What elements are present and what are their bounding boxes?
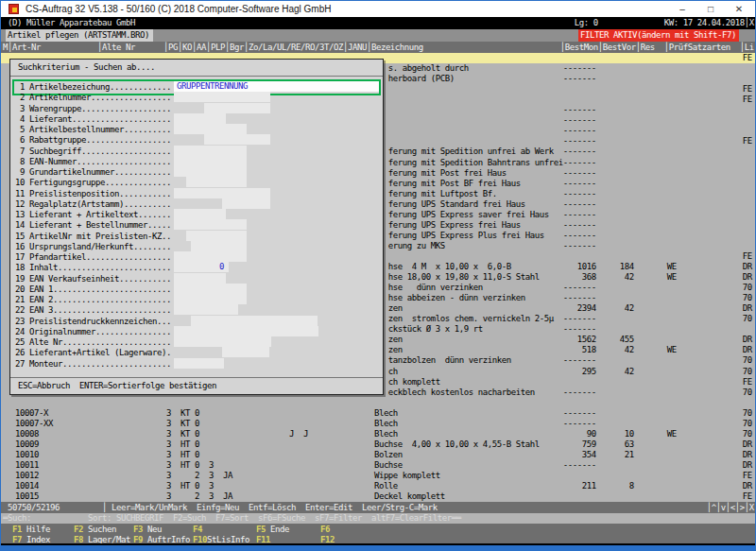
dialog-item-label: 24 Originalnummer................ bbox=[15, 327, 171, 337]
table-row[interactable]: 10009 3 HT 0 Buchse 4,00 x 10,00 x 4,55-… bbox=[1, 439, 755, 450]
function-key-bar: F1HilfeF2SuchenF3NeuF4F5EndeF6F7IndexF8L… bbox=[1, 524, 755, 543]
table-row-text: 10009 3 HT 0 Buchse 4,00 x 10,00 x 4,55-… bbox=[1, 439, 755, 450]
table-row[interactable]: 10007-XX 3 KT 0 Blech ------- 70 bbox=[1, 419, 755, 429]
dialog-item-label: 1 Artikelbezeichung............. bbox=[15, 82, 171, 93]
dialog-item-label: 10 Fertigungsgruppe.............. bbox=[15, 178, 171, 188]
dialog-item-label: 16 Ursprungsland/Herkunft........ bbox=[15, 242, 171, 252]
table-row-text: 10011 3 HT 0 3 Buchse ------- DR bbox=[1, 460, 755, 471]
search-sort-hint-line: ═Such: Sort: SUCHBEGRIF F2=Such F7=Sort … bbox=[1, 513, 755, 524]
dialog-item-label: 13 Lieferant + Artikeltext....... bbox=[15, 210, 171, 220]
fkey-f3[interactable]: F3Neu bbox=[133, 525, 162, 534]
dialog-item-label: 14 Lieferant + Bestellnummer..... bbox=[15, 220, 171, 231]
dialog-item-field[interactable] bbox=[174, 146, 247, 156]
dialog-item-label: 20 EAN 1......................... bbox=[15, 284, 171, 295]
dialog-item-label: 11 Preislistenposition........... bbox=[15, 189, 171, 199]
dialog-item-field[interactable] bbox=[174, 251, 247, 262]
table-row-text: 10007-X 3 KT 0 Blech ------- 70 bbox=[1, 408, 755, 419]
dialog-item-field[interactable] bbox=[222, 347, 269, 357]
dialog-item-field[interactable]: 0 bbox=[174, 262, 229, 272]
status-line: 50750/52196 │ Leer=Mark/UnMark Einfg=Neu… bbox=[1, 502, 755, 513]
dialog-item-field[interactable] bbox=[174, 219, 247, 230]
table-row[interactable]: 10008 3 KT 0 J J Blech 90 10 WE 70 bbox=[1, 429, 755, 439]
dialog-item-label: 23 Preislistendruckkennzeichen... bbox=[15, 317, 171, 327]
table-row-text: 10014 3 HT 0 3 Rolle 211 8 DR bbox=[1, 481, 755, 491]
fkey-f1[interactable]: F1Hilfe bbox=[12, 525, 50, 534]
dialog-item-field[interactable]: GRUPPENTRENNUNG bbox=[174, 81, 379, 92]
table-row-text: 10012 3 2 3 JA Wippe komplett FE bbox=[1, 471, 755, 481]
fkey-f2[interactable]: F2Suchen bbox=[74, 525, 116, 534]
fkey-key: F5 bbox=[256, 525, 266, 534]
dialog-item-11[interactable]: 11 Preislistenposition........... bbox=[10, 189, 383, 199]
fkey-key: F2 bbox=[74, 525, 83, 534]
dialog-item-label: 8 EAN-Nummer.................... bbox=[15, 157, 171, 167]
dialog-item-field[interactable] bbox=[174, 358, 224, 369]
bottom-strip bbox=[1, 543, 755, 545]
fkey-f4[interactable]: F4 bbox=[193, 525, 202, 534]
fkey-label: Hilfe bbox=[26, 525, 50, 534]
dialog-item-field[interactable] bbox=[174, 166, 247, 177]
dialog-item-field[interactable] bbox=[222, 198, 270, 209]
table-row-text: 10007-XX 3 KT 0 Blech ------- 70 bbox=[1, 419, 755, 429]
dialog-item-field[interactable] bbox=[186, 177, 247, 187]
dialog-item-field[interactable] bbox=[191, 316, 318, 326]
dialog-item-field[interactable] bbox=[204, 134, 270, 145]
table-row[interactable]: 10007-X 3 KT 0 Blech ------- 70 bbox=[1, 408, 755, 419]
dialog-item-2[interactable]: 2 Artikelnummer................. bbox=[10, 93, 383, 103]
dialog-item-field[interactable] bbox=[174, 294, 247, 304]
dialog-item-field[interactable] bbox=[174, 92, 270, 102]
dialog-item-label: 3 Warengruppe................... bbox=[15, 104, 171, 114]
dialog-item-value: GRUPPENTRENNUNG bbox=[177, 81, 248, 92]
dialog-item-field[interactable] bbox=[174, 326, 318, 336]
dialog-item-label: 25 Alte Nr....................... bbox=[15, 337, 171, 348]
dialog-item-field[interactable] bbox=[191, 241, 247, 251]
dialog-item-label: 17 Pfandartikel.................. bbox=[15, 252, 171, 263]
search-criteria-dialog: Suchkriterium - Suchen ab.... 1 Artikelb… bbox=[9, 59, 384, 395]
dialog-item-field[interactable] bbox=[174, 188, 270, 198]
fkey-f6[interactable]: F6 bbox=[320, 525, 330, 534]
fkey-key: F6 bbox=[320, 525, 330, 534]
table-row[interactable]: 10014 3 HT 0 3 Rolle 211 8 DR bbox=[1, 481, 755, 491]
dialog-item-field[interactable] bbox=[174, 284, 247, 294]
fkey-key: F3 bbox=[133, 525, 143, 534]
table-row[interactable]: 10012 3 2 3 JA Wippe komplett FE bbox=[1, 471, 755, 481]
table-row-text: 10010 3 HT 0 Bolzen 354 21 DR bbox=[1, 450, 755, 460]
dialog-item-field[interactable] bbox=[174, 124, 247, 134]
dialog-item-label: 12 Regalplatz(Artstamm).......... bbox=[15, 199, 171, 210]
fkey-f5[interactable]: F5Ende bbox=[256, 525, 289, 534]
dialog-item-field[interactable] bbox=[174, 113, 226, 124]
fkey-key: F1 bbox=[12, 525, 22, 534]
dialog-item-25[interactable]: 25 Alte Nr....................... bbox=[10, 337, 383, 348]
dialog-item-field[interactable] bbox=[174, 156, 247, 166]
table-row-text bbox=[1, 398, 755, 408]
table-row-text: 10015 3 2 3 JA Deckel komplett FE bbox=[1, 491, 755, 502]
dialog-item-label: 19 EAN Verkaufseinheit........... bbox=[15, 274, 171, 284]
fkey-label: Neu bbox=[147, 525, 162, 534]
table-row[interactable]: 10010 3 HT 0 Bolzen 354 21 DR bbox=[1, 450, 755, 460]
fkey-label: Ende bbox=[270, 525, 289, 534]
dialog-item-field[interactable] bbox=[174, 209, 226, 219]
table-row-text: 10008 3 KT 0 J J Blech 90 10 WE 70 bbox=[1, 429, 755, 439]
dialog-item-label: 27 Monteur....................... bbox=[15, 359, 171, 370]
dialog-item-field[interactable] bbox=[186, 231, 247, 241]
dialog-item-value: 0 bbox=[219, 262, 224, 272]
dialog-item-field[interactable] bbox=[174, 273, 226, 284]
dialog-item-label: 26 Lieferant+Artikel (Lagerware). bbox=[15, 348, 171, 358]
dialog-item-5[interactable]: 5 Artikelbestellnummer.......... bbox=[10, 125, 383, 135]
fkey-key: F4 bbox=[193, 525, 202, 534]
dialog-item-label: 21 EAN 2......................... bbox=[15, 295, 171, 305]
app-window: CS-Auftrag 32 V5.138 - 50/160 (C) 2018 C… bbox=[0, 0, 756, 551]
dialog-item-label: 5 Artikelbestellnummer.......... bbox=[15, 125, 171, 135]
table-row[interactable]: 10011 3 HT 0 3 Buchse ------- DR bbox=[1, 460, 755, 471]
dialog-item-field[interactable] bbox=[174, 304, 238, 315]
dialog-item-label: 7 Suchbegriff................... bbox=[15, 146, 171, 157]
fkey-label: Suchen bbox=[88, 525, 116, 534]
table-row[interactable] bbox=[1, 398, 755, 408]
dialog-item-label: 6 Rabattgruppe.................. bbox=[15, 135, 171, 146]
dialog-item-label: 18 Inhalt........................ bbox=[15, 263, 171, 273]
dialog-item-label: 4 Lieferant..................... bbox=[15, 114, 171, 125]
dialog-item-field[interactable] bbox=[174, 336, 271, 347]
dialog-item-label: 22 EAN 3......................... bbox=[15, 305, 171, 316]
table-row[interactable]: 10015 3 2 3 JA Deckel komplett FE bbox=[1, 491, 755, 502]
dialog-item-27[interactable]: 27 Monteur....................... bbox=[10, 359, 383, 370]
dialog-item-field[interactable] bbox=[204, 103, 270, 113]
